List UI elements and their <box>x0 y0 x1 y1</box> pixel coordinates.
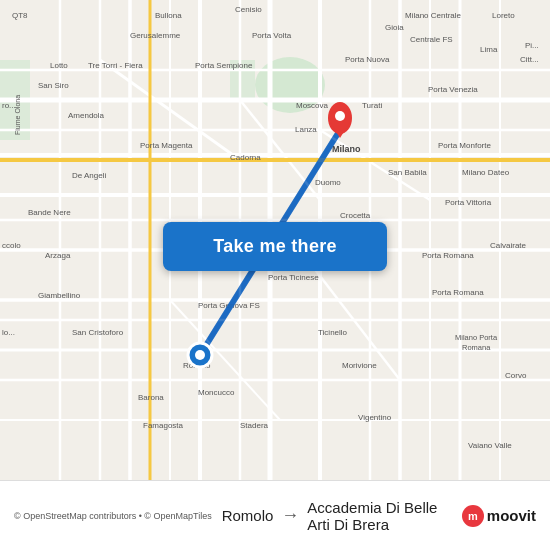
svg-text:Romana: Romana <box>462 343 491 352</box>
bottom-bar: © OpenStreetMap contributors • © OpenMap… <box>0 480 550 550</box>
svg-text:Porta Sempione: Porta Sempione <box>195 61 253 70</box>
svg-text:Lanza: Lanza <box>295 125 317 134</box>
svg-text:Porta Volta: Porta Volta <box>252 31 292 40</box>
svg-text:Milano: Milano <box>332 144 361 154</box>
svg-text:lo...: lo... <box>2 328 15 337</box>
svg-text:Lotto: Lotto <box>50 61 68 70</box>
svg-text:Calvairate: Calvairate <box>490 241 527 250</box>
svg-text:Centrale FS: Centrale FS <box>410 35 453 44</box>
svg-text:Corvo: Corvo <box>505 371 527 380</box>
svg-text:Gioia: Gioia <box>385 23 404 32</box>
svg-text:Citt...: Citt... <box>520 55 539 64</box>
svg-text:Milano Dateo: Milano Dateo <box>462 168 510 177</box>
svg-text:Duomo: Duomo <box>315 178 341 187</box>
svg-text:Milano Centrale: Milano Centrale <box>405 11 462 20</box>
svg-text:Porta Romana: Porta Romana <box>422 251 474 260</box>
svg-text:De Angeli: De Angeli <box>72 171 106 180</box>
take-me-there-button[interactable]: Take me there <box>163 222 387 271</box>
svg-text:Famagosta: Famagosta <box>143 421 184 430</box>
svg-text:Porta Ticinese: Porta Ticinese <box>268 273 319 282</box>
svg-text:Porta Nuova: Porta Nuova <box>345 55 390 64</box>
svg-point-96 <box>195 350 205 360</box>
moovit-logo: m moovit <box>462 505 536 527</box>
svg-text:Milano Porta: Milano Porta <box>455 333 498 342</box>
svg-text:Stadera: Stadera <box>240 421 269 430</box>
svg-text:San Babila: San Babila <box>388 168 427 177</box>
svg-text:Moncucco: Moncucco <box>198 388 235 397</box>
attribution-text: © OpenStreetMap contributors • © OpenMap… <box>14 511 212 521</box>
svg-text:Cenisio: Cenisio <box>235 5 262 14</box>
svg-text:Loreto: Loreto <box>492 11 515 20</box>
svg-text:Bande Nere: Bande Nere <box>28 208 71 217</box>
svg-text:Amendola: Amendola <box>68 111 105 120</box>
svg-text:Porta Vittoria: Porta Vittoria <box>445 198 492 207</box>
origin-label: Romolo <box>222 507 274 524</box>
svg-text:Lima: Lima <box>480 45 498 54</box>
route-info: Romolo → Accademia Di Belle Arti Di Brer… <box>212 499 462 533</box>
svg-text:Bullona: Bullona <box>155 11 182 20</box>
svg-text:Porta Venezia: Porta Venezia <box>428 85 478 94</box>
svg-text:Cadorna: Cadorna <box>230 153 261 162</box>
moovit-text: moovit <box>487 507 536 524</box>
moovit-icon: m <box>462 505 484 527</box>
svg-text:Pi...: Pi... <box>525 41 539 50</box>
svg-text:QT8: QT8 <box>12 11 28 20</box>
svg-text:Porta Romana: Porta Romana <box>432 288 484 297</box>
destination-label: Accademia Di Belle Arti Di Brera <box>307 499 451 533</box>
svg-text:Porta Monforte: Porta Monforte <box>438 141 491 150</box>
map-container: QT8 Bullona Cenisio Milano Centrale Lore… <box>0 0 550 480</box>
svg-text:Giambellino: Giambellino <box>38 291 81 300</box>
svg-text:Arzaga: Arzaga <box>45 251 71 260</box>
svg-text:Vaiano Valle: Vaiano Valle <box>468 441 512 450</box>
svg-text:m: m <box>468 510 478 522</box>
svg-text:San Siro: San Siro <box>38 81 69 90</box>
svg-text:ro...: ro... <box>2 101 16 110</box>
route-arrow-icon: → <box>281 505 299 526</box>
take-me-there-label: Take me there <box>213 236 337 257</box>
svg-text:Vigentino: Vigentino <box>358 413 392 422</box>
svg-text:Crocetta: Crocetta <box>340 211 371 220</box>
svg-text:Gerusalemme: Gerusalemme <box>130 31 181 40</box>
svg-text:ccolo: ccolo <box>2 241 21 250</box>
svg-point-99 <box>335 111 345 121</box>
svg-text:San Cristoforo: San Cristoforo <box>72 328 124 337</box>
svg-text:Tre Torri - Fiera: Tre Torri - Fiera <box>88 61 143 70</box>
svg-text:Ticinello: Ticinello <box>318 328 348 337</box>
svg-text:Turati: Turati <box>362 101 382 110</box>
svg-text:Porta Magenta: Porta Magenta <box>140 141 193 150</box>
svg-text:Moscova: Moscova <box>296 101 329 110</box>
svg-text:Morivione: Morivione <box>342 361 377 370</box>
svg-text:Barona: Barona <box>138 393 164 402</box>
